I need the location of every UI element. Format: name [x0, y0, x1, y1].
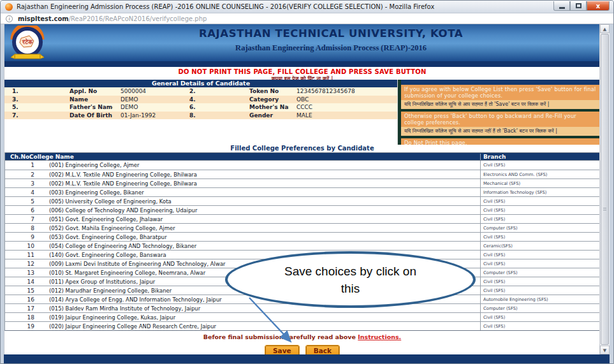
preference-row: 9 (053) Govt. Engineering College, Bhara…: [5, 232, 599, 241]
choice-number: 19: [5, 323, 42, 330]
instructions-rows: If you agree with below College List the…: [401, 85, 600, 145]
instructions-panel: If you agree with below College List the…: [398, 80, 600, 145]
preferences-title: Filled College Preferences by Candidate: [4, 145, 600, 152]
scrollbar-grip: [603, 208, 606, 212]
note-text: Before final submission carefully read a…: [203, 333, 358, 340]
preference-row: 4 (003) Engineering College, Bikaner Inf…: [5, 187, 599, 196]
minimize-icon: [559, 7, 565, 9]
university-banner: रटेक RAJASTHAN TECHNICAL UNIVERSITY, KOT…: [4, 24, 600, 61]
page-content: रटेक RAJASTHAN TECHNICAL UNIVERSITY, KOT…: [4, 24, 600, 363]
university-name: RAJASTHAN TECHNICAL UNIVERSITY, KOTA: [62, 27, 600, 40]
instructions-link[interactable]: Instructions.: [358, 333, 401, 340]
branch-name: Automobile Engineering (SFS): [480, 295, 599, 303]
college-name: (015) Baldev Ram Mirdha Institute of Tec…: [42, 305, 480, 312]
branch-name: Mechanical (SFS): [480, 179, 599, 187]
college-name: (019) Jaipur Engineering College, Kukas,…: [42, 314, 480, 321]
college-name: (002) M.L.V. Textile AND Engineering Col…: [42, 180, 480, 187]
college-name: (051) Govt. Engineering College, Jhalawa…: [42, 216, 480, 222]
instruction-group: Otherwise press 'Back' button to go back…: [401, 109, 600, 136]
instruction-hindi: यदि निम्नलिखित कॉलेज सूचि से आप सहमत हैं…: [401, 100, 600, 109]
general-details-table: General Details of Candidate 1.Appl. No5…: [4, 80, 398, 145]
print-warning: DO NOT PRINT THIS PAGE, FILL COLLEGE AND…: [4, 67, 600, 80]
column-branch: Branch: [480, 154, 599, 160]
college-name: (003) Engineering College, Bikaner: [42, 189, 480, 196]
scrollbar-thumb[interactable]: [601, 34, 609, 345]
column-college-name: College Name: [24, 154, 480, 160]
branch-name: Civil (SFS): [480, 259, 599, 268]
choice-number: 4: [5, 189, 42, 196]
choice-number: 15: [5, 288, 42, 294]
instruction-group: If you agree with below College List the…: [401, 85, 600, 109]
instruction-english: Otherwise press 'Back' button to go back…: [401, 112, 600, 127]
scroll-down-icon[interactable]: ▼: [600, 346, 610, 354]
general-details-rows: 1.Appl. No5000004 2.Token No123456781234…: [4, 87, 397, 119]
window-title: Rajasthan Engineering Admission Process …: [17, 3, 434, 10]
branch-name: Computer (SFS): [480, 268, 599, 277]
university-logo: रटेक: [10, 25, 45, 64]
choice-number: 17: [5, 305, 42, 312]
preference-row: 7 (051) Govt. Engineering College, Jhala…: [5, 214, 599, 223]
preference-row: 3 (002) M.L.V. Textile AND Engineering C…: [5, 178, 599, 187]
vertical-scrollbar[interactable]: ▲ ▼: [599, 24, 610, 354]
choice-number: 16: [5, 296, 42, 303]
preference-row: 8 (052) Govt. Mahila Engineering College…: [5, 223, 599, 232]
banner-divider: [4, 61, 600, 67]
url-domain: mispltest.com: [18, 15, 69, 22]
branch-name: Civil (SFS): [480, 215, 599, 223]
choice-number: 1: [5, 162, 42, 168]
branch-name: Civil (SFS): [480, 206, 599, 214]
choice-number: 6: [5, 207, 42, 214]
preference-row: 19 (020) Jaipur Engineering College AND …: [5, 321, 599, 330]
branch-name: Civil (SFS): [480, 197, 599, 205]
instructions-panel-header: [401, 80, 600, 85]
instruction-group: Do Not Print this page. इस पेज को प्रिंट…: [401, 136, 600, 145]
preference-row: 18 (019) Jaipur Engineering College, Kuk…: [5, 312, 599, 321]
instruction-hindi: यदि निम्नलिखित कॉलेज सूचि से आप सहमत नही…: [401, 127, 600, 136]
branch-name: Civil (SFS): [480, 313, 599, 321]
window-controls: x: [553, 1, 610, 11]
college-name: (001) Engineering College, Ajmer: [42, 162, 480, 168]
choice-number: 11: [5, 252, 42, 258]
scroll-up-icon[interactable]: ▲: [600, 24, 610, 33]
choice-number: 3: [5, 180, 42, 187]
choice-number: 2: [5, 171, 42, 178]
general-details-title: General Details of Candidate: [4, 80, 397, 87]
close-button[interactable]: x: [587, 1, 610, 11]
instruction-english: If you agree with below College List the…: [401, 85, 600, 100]
choice-number: 8: [5, 225, 42, 231]
browser-window: Rajasthan Engineering Admission Process …: [0, 0, 614, 364]
choice-number: 7: [5, 216, 42, 222]
submission-note: Before final submission carefully read a…: [4, 333, 600, 340]
choice-number: 9: [5, 234, 42, 240]
branch-name: Civil (SFS): [480, 277, 599, 286]
general-details-row: 3.NameDEMO 4.CategoryOBC: [4, 96, 397, 104]
choice-number: 18: [5, 314, 42, 321]
college-name: (020) Jaipur Engineering College AND Res…: [42, 323, 480, 330]
maximize-icon: [576, 3, 581, 8]
general-details-row: 5.Father's NameDEMO 6.Mother's NameCCCC: [4, 103, 397, 112]
footer-bar: [4, 354, 610, 363]
branch-name: Information Technology (SFS): [480, 188, 599, 196]
svg-text:रटेक: रटेक: [22, 38, 33, 45]
url-text[interactable]: mispltest.com/ReaP2016/ReAPcoN2016/verif…: [18, 15, 207, 22]
college-name: (005) University College of Engineering,…: [42, 198, 480, 205]
branch-name: Civil (SFS): [480, 286, 599, 295]
branch-name: Civil (SFS): [480, 161, 599, 170]
branch-name: Civil (SFS): [480, 322, 599, 330]
warning-english: DO NOT PRINT THIS PAGE, FILL COLLEGE AND…: [4, 68, 600, 75]
maximize-button[interactable]: [570, 1, 587, 11]
firefox-icon: [5, 3, 13, 11]
minimize-button[interactable]: [553, 1, 570, 11]
annotation-line1: Save choices by click on: [284, 263, 416, 280]
preference-row: 5 (005) University College of Engineerin…: [5, 196, 599, 205]
site-info-icon[interactable]: i: [6, 15, 13, 22]
branch-name: Computer (SFS): [480, 224, 599, 232]
column-chno: Ch.No.: [5, 154, 24, 160]
preference-row: 10 (054) College of Engineering AND Tech…: [5, 241, 599, 250]
general-details-row: 7.Date Of Birth01-Jan-1992 8.GenderMALE: [4, 112, 397, 120]
branch-name: Civil (SFS): [480, 251, 599, 259]
college-name: (002) M.L.V. Textile AND Engineering Col…: [42, 171, 480, 178]
branch-name: Ceramic(SFS): [480, 242, 599, 250]
save-annotation-ellipse: Save choices by click on this: [225, 251, 476, 308]
address-bar[interactable]: i mispltest.com/ReaP2016/ReAPcoN2016/ver…: [1, 13, 613, 24]
